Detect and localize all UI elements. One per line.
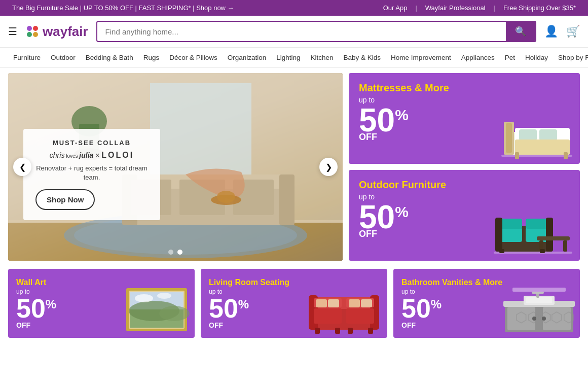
living-room-content: Living Room Seating up to 50% OFF bbox=[209, 278, 289, 329]
wayfair-logo-icon bbox=[25, 24, 40, 39]
carousel-next-button[interactable]: ❯ bbox=[319, 158, 338, 176]
svg-rect-69 bbox=[335, 328, 340, 334]
wall-art-number: 50 bbox=[16, 294, 46, 323]
nav-item-kitchen[interactable]: Kitchen bbox=[306, 48, 339, 67]
brand-chris: chris bbox=[50, 151, 65, 159]
bathroom-percent-sign: % bbox=[431, 297, 442, 311]
nav-item-pet[interactable]: Pet bbox=[500, 48, 520, 67]
living-room-title: Living Room Seating bbox=[209, 278, 289, 287]
collab-label: MUST-SEE COLLAB bbox=[35, 139, 148, 147]
hamburger-menu-icon[interactable]: ☰ bbox=[8, 25, 17, 38]
svg-rect-79 bbox=[526, 297, 552, 303]
svg-rect-31 bbox=[506, 123, 512, 153]
living-room-percent-sign: % bbox=[238, 297, 249, 311]
svg-point-55 bbox=[157, 293, 171, 299]
svg-rect-40 bbox=[495, 218, 502, 252]
nav-item-bedding-bath[interactable]: Bedding & Bath bbox=[81, 48, 138, 67]
svg-rect-46 bbox=[540, 249, 545, 253]
user-account-icon[interactable]: 👤 bbox=[544, 25, 558, 38]
wall-art-illustration bbox=[124, 286, 190, 334]
carousel-dot-1[interactable] bbox=[168, 250, 173, 255]
banner-promo-text[interactable]: The Big Furniture Sale | UP TO 50% OFF |… bbox=[12, 4, 234, 12]
bathroom-content: Bathroom Vanities & More up to 50% OFF bbox=[401, 278, 502, 329]
svg-point-2 bbox=[27, 32, 32, 37]
carousel-prev-button[interactable]: ❮ bbox=[13, 158, 31, 176]
vanity-illustration: ⬡⬡⬡ ⬡⬡⬡ bbox=[502, 287, 576, 335]
svg-rect-66 bbox=[349, 299, 360, 307]
outdoor-percent-sign: % bbox=[395, 203, 409, 220]
carousel-dots bbox=[168, 250, 182, 255]
outdoor-furniture-promo-card[interactable]: Outdoor Furniture up to 50% OFF bbox=[349, 170, 580, 261]
svg-rect-33 bbox=[515, 152, 519, 159]
hero-overlay-card: MUST-SEE COLLAB chris loves julia × LOLO… bbox=[23, 129, 160, 220]
nav-item-home-improvement[interactable]: Home Improvement bbox=[386, 48, 456, 67]
bathroom-vanities-card[interactable]: Bathroom Vanities & More up to 50% OFF bbox=[393, 269, 580, 338]
collab-description: Renovator + rug experts = total dream te… bbox=[35, 164, 148, 182]
svg-rect-41 bbox=[546, 218, 553, 252]
svg-rect-67 bbox=[361, 299, 372, 307]
svg-point-3 bbox=[33, 32, 38, 37]
brand-julia: julia bbox=[79, 151, 93, 159]
mattresses-card-percent: 50% OFF bbox=[359, 104, 449, 142]
sofa-illustration bbox=[305, 284, 383, 335]
svg-rect-60 bbox=[314, 308, 342, 324]
hero-shop-now-button[interactable]: Shop Now bbox=[35, 189, 95, 210]
svg-rect-36 bbox=[499, 228, 522, 242]
header-icons: 👤 🛒 bbox=[544, 25, 580, 38]
svg-rect-24 bbox=[501, 155, 572, 157]
bottom-cards-grid: Wall Art up to 50% OFF bbox=[8, 269, 580, 338]
mattresses-card-title: Mattresses & More bbox=[359, 82, 449, 94]
svg-rect-65 bbox=[328, 299, 339, 307]
svg-rect-6 bbox=[150, 83, 251, 174]
wall-art-card[interactable]: Wall Art up to 50% OFF bbox=[8, 269, 195, 338]
nav-item-rugs[interactable]: Rugs bbox=[138, 48, 165, 67]
search-input[interactable] bbox=[97, 27, 506, 36]
nav-item-furniture[interactable]: Furniture bbox=[8, 48, 46, 67]
banner-divider-2: | bbox=[494, 4, 495, 12]
carousel-dot-2[interactable] bbox=[177, 250, 182, 255]
svg-rect-39 bbox=[526, 219, 548, 229]
nav-item-organization[interactable]: Organization bbox=[223, 48, 272, 67]
svg-rect-29 bbox=[539, 129, 557, 141]
nav-item-decor-pillows[interactable]: Décor & Pillows bbox=[164, 48, 223, 67]
wall-art-percent-sign: % bbox=[46, 297, 56, 311]
nav-item-holiday[interactable]: Holiday bbox=[520, 48, 553, 67]
cart-icon[interactable]: 🛒 bbox=[566, 25, 580, 38]
bathroom-number: 50 bbox=[401, 294, 431, 323]
banner-right: Our App | Wayfair Professional | Free Sh… bbox=[383, 4, 576, 12]
nav-item-shop-by-room[interactable]: Shop by Room bbox=[553, 48, 588, 67]
banner-wayfair-pro[interactable]: Wayfair Professional bbox=[425, 4, 486, 12]
living-room-seating-card[interactable]: Living Room Seating up to 50% OFF bbox=[201, 269, 387, 338]
svg-rect-44 bbox=[563, 240, 567, 252]
banner-free-shipping[interactable]: Free Shipping Over $35* bbox=[503, 4, 576, 12]
search-button[interactable]: 🔍 bbox=[506, 22, 535, 41]
outdoor-off-label: OFF bbox=[359, 229, 446, 238]
living-room-number: 50 bbox=[209, 294, 238, 323]
hero-banner: MUST-SEE COLLAB chris loves julia × LOLO… bbox=[8, 73, 343, 261]
svg-rect-82 bbox=[512, 288, 566, 292]
nav-item-appliances[interactable]: Appliances bbox=[456, 48, 500, 67]
mattresses-percent-sign: % bbox=[395, 107, 409, 123]
collab-brand: chris loves julia × LOLOI bbox=[35, 151, 148, 160]
nav-item-lighting[interactable]: Lighting bbox=[271, 48, 305, 67]
bathroom-percent: 50% OFF bbox=[401, 295, 502, 329]
logo[interactable]: wayfair bbox=[25, 24, 88, 40]
outdoor-card-content: Outdoor Furniture up to 50% OFF bbox=[359, 179, 446, 238]
mattresses-promo-card[interactable]: Mattresses & More up to 50% OFF bbox=[349, 73, 580, 164]
search-bar[interactable]: 🔍 bbox=[96, 21, 536, 42]
banner-divider-1: | bbox=[415, 4, 417, 12]
living-room-off: OFF bbox=[209, 322, 289, 329]
svg-rect-61 bbox=[346, 308, 374, 324]
bed-illustration bbox=[499, 107, 575, 160]
svg-rect-34 bbox=[494, 252, 572, 254]
top-banner: The Big Furniture Sale | UP TO 50% OFF |… bbox=[0, 0, 588, 16]
brand-x: × bbox=[95, 151, 101, 159]
banner-our-app[interactable]: Our App bbox=[383, 4, 408, 12]
svg-rect-70 bbox=[348, 328, 353, 334]
svg-rect-68 bbox=[315, 328, 320, 334]
nav-item-baby-kids[interactable]: Baby & Kids bbox=[339, 48, 386, 67]
nav-item-outdoor[interactable]: Outdoor bbox=[46, 48, 81, 67]
svg-point-53 bbox=[159, 306, 190, 321]
svg-rect-42 bbox=[537, 236, 570, 240]
svg-rect-64 bbox=[316, 299, 327, 307]
